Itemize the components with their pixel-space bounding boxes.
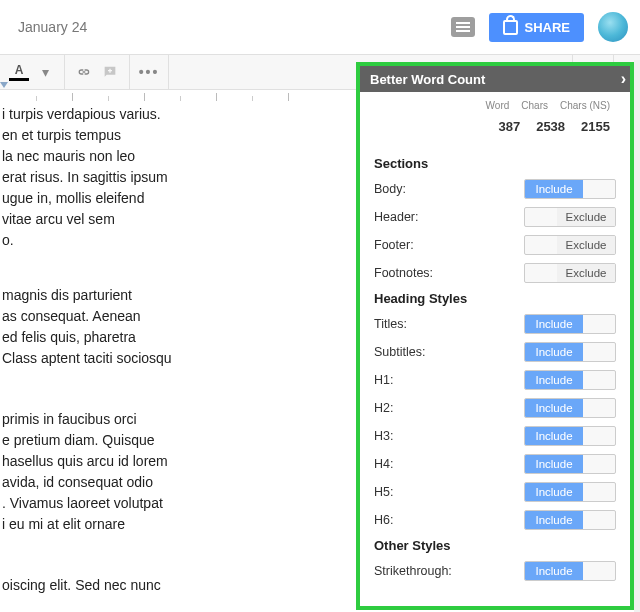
other-style-toggle[interactable]: Include	[524, 561, 616, 581]
top-bar: January 24 SHARE	[0, 0, 640, 54]
toggle-empty	[583, 399, 616, 417]
heading-style-label: H5:	[374, 485, 393, 499]
heading-style-label: H2:	[374, 401, 393, 415]
chevron-right-icon[interactable]: ›	[621, 70, 626, 88]
heading-style-row: H1:Include	[374, 370, 616, 390]
doc-line: erat risus. In sagittis ipsum	[2, 167, 282, 188]
add-comment-icon[interactable]	[97, 60, 123, 84]
doc-line: as consequat. Aenean	[2, 306, 282, 327]
col-word: Word	[486, 100, 510, 111]
doc-line: magnis dis parturient	[2, 285, 282, 306]
toggle-empty	[524, 236, 557, 254]
heading-style-toggle[interactable]: Include	[524, 482, 616, 502]
heading-style-toggle[interactable]: Include	[524, 398, 616, 418]
toggle-state-label: Exclude	[557, 208, 615, 226]
heading-style-label: Subtitles:	[374, 345, 425, 359]
doc-line: en et turpis tempus	[2, 125, 282, 146]
comments-icon[interactable]	[451, 17, 475, 37]
doc-line: . Vivamus laoreet volutpat	[2, 493, 282, 514]
toggle-empty	[583, 427, 616, 445]
doc-line: Class aptent taciti sociosqu	[2, 348, 282, 369]
doc-line: i eu mi at elit ornare	[2, 514, 282, 535]
heading-style-label: H4:	[374, 457, 393, 471]
toggle-state-label: Include	[525, 427, 583, 445]
panel-title-bar[interactable]: Better Word Count ›	[360, 66, 630, 92]
doc-line: la nec mauris non leo	[2, 146, 282, 167]
doc-line: e pretium diam. Quisque	[2, 430, 282, 451]
underline-bar	[9, 78, 29, 81]
toggle-state-label: Include	[525, 315, 583, 333]
heading-style-toggle[interactable]: Include	[524, 314, 616, 334]
document-body[interactable]: i turpis verdapious varius.en et turpis …	[0, 104, 282, 612]
doc-paragraph: oiscing elit. Sed nec nunc	[2, 575, 282, 596]
section-label: Header:	[374, 210, 418, 224]
toggle-empty	[524, 208, 557, 226]
share-button-label: SHARE	[524, 20, 570, 35]
heading-style-label: H3:	[374, 429, 393, 443]
col-chars: Chars	[521, 100, 548, 111]
more-button[interactable]: •••	[136, 60, 162, 84]
doc-line: hasellus quis arcu id lorem	[2, 451, 282, 472]
section-row: Header:Exclude	[374, 207, 616, 227]
heading-style-toggle[interactable]: Include	[524, 426, 616, 446]
last-edit-label: January 24	[12, 19, 87, 35]
panel-title: Better Word Count	[370, 72, 485, 87]
doc-line: ugue in, mollis eleifend	[2, 188, 282, 209]
heading-style-row: Titles:Include	[374, 314, 616, 334]
doc-line: avida, id consequat odio	[2, 472, 282, 493]
heading-style-row: H2:Include	[374, 398, 616, 418]
heading-style-row: H5:Include	[374, 482, 616, 502]
lock-icon	[503, 20, 518, 35]
section-toggle[interactable]: Exclude	[524, 207, 616, 227]
doc-line: i turpis verdapious varius.	[2, 104, 282, 125]
heading-style-toggle[interactable]: Include	[524, 510, 616, 530]
text-color-button[interactable]: A	[6, 61, 32, 83]
other-style-label: Strikethrough:	[374, 564, 452, 578]
toggle-state-label: Exclude	[557, 236, 615, 254]
toggle-state-label: Include	[525, 511, 583, 529]
section-label: Footer:	[374, 238, 414, 252]
heading-style-label: H6:	[374, 513, 393, 527]
section-row: Footnotes:Exclude	[374, 263, 616, 283]
heading-style-row: H4:Include	[374, 454, 616, 474]
word-count: 387	[498, 119, 520, 134]
section-label: Footnotes:	[374, 266, 433, 280]
toggle-empty	[583, 371, 616, 389]
doc-line: ed felis quis, pharetra	[2, 327, 282, 348]
section-toggle[interactable]: Include	[524, 179, 616, 199]
ruler-tick	[144, 93, 145, 101]
ruler-tick	[252, 96, 253, 101]
char-ns-count: 2155	[581, 119, 610, 134]
toggle-empty	[583, 511, 616, 529]
toggle-state-label: Exclude	[557, 264, 615, 282]
share-button[interactable]: SHARE	[489, 13, 584, 42]
counts-header: Word Chars Chars (NS)	[374, 100, 616, 111]
doc-line: primis in faucibus orci	[2, 409, 282, 430]
better-word-count-panel: Better Word Count › Word Chars Chars (NS…	[356, 62, 634, 610]
heading-style-toggle[interactable]: Include	[524, 342, 616, 362]
heading-style-toggle[interactable]: Include	[524, 370, 616, 390]
toggle-state-label: Include	[525, 180, 583, 198]
doc-line: vitae arcu vel sem	[2, 209, 282, 230]
heading-style-row: H3:Include	[374, 426, 616, 446]
other-styles-heading: Other Styles	[374, 538, 616, 553]
dropdown-arrow-icon[interactable]: ▾	[32, 60, 58, 84]
ruler-tick	[72, 93, 73, 101]
char-count: 2538	[536, 119, 565, 134]
doc-paragraph: primis in faucibus orcie pretium diam. Q…	[2, 409, 282, 535]
indent-marker[interactable]	[0, 88, 8, 103]
ruler[interactable]	[0, 90, 355, 104]
sections-heading: Sections	[374, 156, 616, 171]
toggle-state-label: Include	[525, 371, 583, 389]
ruler-tick	[288, 93, 289, 101]
heading-style-toggle[interactable]: Include	[524, 454, 616, 474]
scrollbar[interactable]	[634, 60, 640, 612]
avatar[interactable]	[598, 12, 628, 42]
section-toggle[interactable]: Exclude	[524, 235, 616, 255]
heading-styles-heading: Heading Styles	[374, 291, 616, 306]
toggle-state-label: Include	[525, 399, 583, 417]
link-icon[interactable]	[71, 60, 97, 84]
text-color-letter: A	[15, 63, 24, 77]
section-row: Footer:Exclude	[374, 235, 616, 255]
section-toggle[interactable]: Exclude	[524, 263, 616, 283]
